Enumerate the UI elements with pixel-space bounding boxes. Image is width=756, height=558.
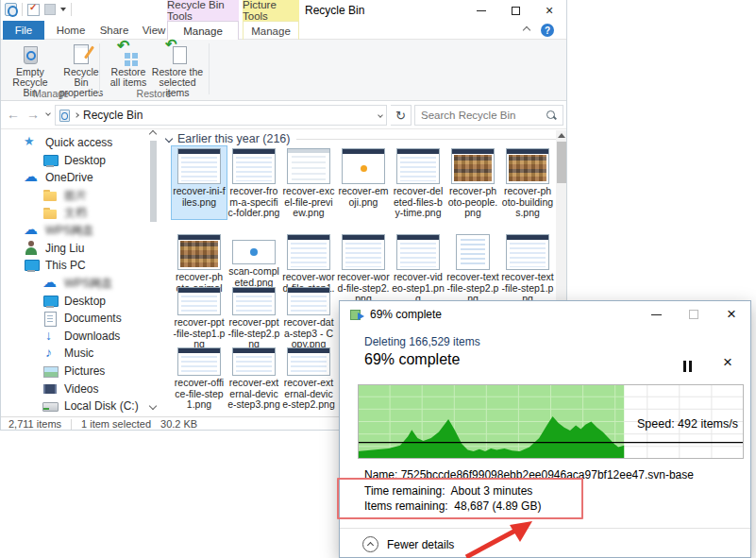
file-item[interactable]: recover-ppt-file-step1.png xyxy=(172,285,227,350)
scroll-up-icon[interactable] xyxy=(149,130,157,138)
dialog-minimize-button[interactable] xyxy=(637,301,675,328)
sidebar-item-downloads[interactable]: Downloads xyxy=(1,328,147,346)
file-thumbnail xyxy=(287,287,330,315)
file-thumbnail xyxy=(342,234,385,270)
scrollbar-thumb[interactable] xyxy=(150,141,157,222)
group-header-label: Earlier this year (216) xyxy=(177,132,291,145)
file-item[interactable]: recover-photo-people.png xyxy=(445,146,500,219)
sidebar-item-jing-liu[interactable]: Jing Liu xyxy=(1,240,147,258)
file-item[interactable]: recover-external-device-step2.png xyxy=(281,346,336,411)
breadcrumb[interactable]: Recycle Bin xyxy=(83,109,374,122)
sidebar-item-music[interactable]: Music xyxy=(1,345,147,363)
file-item[interactable]: recover-ppt-file-step2.png xyxy=(227,285,281,350)
file-item[interactable]: recover-word-file-step2.png xyxy=(336,232,391,305)
group-header[interactable]: Earlier this year (216) xyxy=(166,132,556,145)
refresh-icon[interactable]: ↻ xyxy=(391,105,412,126)
folder-icon xyxy=(42,206,58,221)
customize-toolbar-dropdown-icon[interactable] xyxy=(60,8,66,11)
sidebar-item-item-4[interactable]: 文档 xyxy=(1,204,147,222)
address-bar[interactable]: Recycle Bin xyxy=(55,105,387,126)
sidebar-item-wps[interactable]: WPS网盘 xyxy=(1,275,147,293)
chevron-up-circle-icon xyxy=(362,536,378,552)
file-item[interactable]: recover-photo-buildings.png xyxy=(500,146,555,219)
file-item[interactable]: recover-office-file-step1.png xyxy=(172,346,227,411)
tab-file[interactable]: File xyxy=(3,21,44,40)
properties-icon[interactable] xyxy=(27,4,40,16)
person-icon xyxy=(24,241,39,256)
sidebar-item-documents[interactable]: Documents xyxy=(1,310,147,328)
tab-manage-picture-tools[interactable]: Manage xyxy=(243,21,299,40)
speed-chart: Speed: 492 items/s xyxy=(358,384,744,459)
sidebar-item-label: WPS网盘 xyxy=(64,276,112,292)
address-dropdown-icon[interactable] xyxy=(378,112,383,118)
sidebar-item-desktop[interactable]: Desktop xyxy=(1,292,147,310)
cancel-button[interactable]: × xyxy=(723,353,732,372)
sidebar-item-pictures[interactable]: Pictures xyxy=(1,363,147,380)
close-button[interactable]: × xyxy=(532,0,566,21)
file-item[interactable]: recover-data-step3 - Copy.png xyxy=(281,285,336,350)
recent-locations-dropdown-icon[interactable] xyxy=(45,110,51,116)
video-icon xyxy=(42,381,58,397)
file-item[interactable]: recover-ini-files.png xyxy=(172,146,227,219)
tab-home[interactable]: Home xyxy=(50,21,92,40)
sidebar-item-this-pc[interactable]: This PC xyxy=(1,257,147,275)
file-item[interactable]: recover-external-device-step3.png xyxy=(227,346,281,411)
file-item[interactable]: recover-from-a-specific-folder.png xyxy=(227,146,281,219)
file-thumbnail xyxy=(177,148,221,184)
file-row: recover-office-file-step1.pngrecover-ext… xyxy=(172,346,336,411)
maximize-button[interactable] xyxy=(498,0,532,21)
file-item[interactable]: recover-emoji.png xyxy=(336,146,391,219)
search-icon[interactable] xyxy=(546,110,557,121)
back-icon[interactable]: ← xyxy=(7,107,20,122)
sidebar-item-onedrive[interactable]: OneDrive xyxy=(1,169,147,187)
scrollbar-thumb[interactable] xyxy=(557,142,566,183)
monitor-icon xyxy=(42,153,58,168)
pause-button[interactable] xyxy=(682,361,696,372)
navigation-scrollbar[interactable] xyxy=(148,131,159,411)
group-label-manage: Manage xyxy=(5,88,97,99)
group-header-rule xyxy=(296,139,557,140)
tab-manage-recycle-bin-tools[interactable]: Manage xyxy=(167,21,239,40)
item-count: 2,711 items xyxy=(8,418,61,430)
sidebar-item-label: Jing Liu xyxy=(45,242,84,255)
sidebar-item-quick-access[interactable]: Quick access xyxy=(1,134,147,152)
sidebar-item-label: Videos xyxy=(64,382,98,396)
file-row: recover-ppt-file-step1.pngrecover-ppt-fi… xyxy=(172,285,336,350)
file-item[interactable]: recover-deleted-files-by-time.png xyxy=(391,146,445,219)
file-item[interactable]: recover-text-file-step2.png xyxy=(445,232,500,305)
minimize-button[interactable] xyxy=(464,0,498,21)
collapse-ribbon-icon[interactable] xyxy=(523,26,530,34)
doc-icon xyxy=(42,311,58,326)
dialog-close-button[interactable]: × xyxy=(713,301,750,328)
restore-all-items-icon xyxy=(117,42,140,65)
file-item[interactable]: recover-text-file-step1.png xyxy=(500,232,555,305)
file-item[interactable]: recover-excel-file-preview.png xyxy=(281,146,336,219)
sidebar-item-desktop[interactable]: Desktop xyxy=(1,152,147,170)
selection-count: 1 item selected xyxy=(81,418,151,430)
dialog-title: 69% complete xyxy=(370,308,442,321)
scroll-up-icon[interactable] xyxy=(558,133,565,138)
collapse-group-icon[interactable] xyxy=(165,135,173,143)
file-item[interactable]: recover-video-step1.png xyxy=(391,232,445,305)
percent-complete-text: 69% complete xyxy=(364,351,460,368)
search-input[interactable] xyxy=(421,110,546,121)
sidebar-item-videos[interactable]: Videos xyxy=(1,380,147,397)
help-icon[interactable]: ? xyxy=(541,24,554,37)
restore-selected-items-button[interactable]: Restore the selected items xyxy=(150,42,205,90)
sidebar-item-item-3[interactable]: 图片 xyxy=(1,187,147,205)
contextual-header-picture-tools: Picture Tools xyxy=(243,0,299,21)
new-folder-icon[interactable] xyxy=(44,4,56,15)
breadcrumb-chevron-icon[interactable] xyxy=(74,112,79,118)
fewer-details-label: Fewer details xyxy=(387,538,454,551)
forward-icon[interactable]: → xyxy=(26,107,40,122)
fewer-details-button[interactable]: Fewer details xyxy=(362,536,454,552)
delete-progress-dialog: 69% complete × Deleting 166,529 items 69… xyxy=(339,300,751,558)
file-name: recover-photo-people.png xyxy=(446,186,499,219)
scroll-down-icon[interactable] xyxy=(149,402,157,410)
empty-recycle-bin-button[interactable]: Empty Recycle Bin xyxy=(7,42,54,90)
restore-all-items-button[interactable]: Restore all items xyxy=(107,42,150,90)
search-box[interactable] xyxy=(414,105,563,126)
sidebar-item-local-disk-c[interactable]: Local Disk (C:) xyxy=(1,397,147,415)
sidebar-item-wps[interactable]: WPS网盘 xyxy=(1,222,147,240)
monitor2-icon xyxy=(42,294,58,309)
